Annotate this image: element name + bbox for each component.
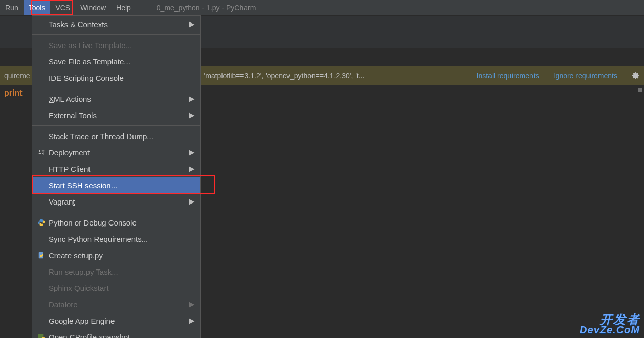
chevron-right-icon: ▶ [189, 164, 194, 173]
chevron-right-icon: ▶ [189, 316, 194, 325]
python-file-icon [37, 251, 49, 259]
menu-item-external-tools[interactable]: External Tools ▶ [32, 107, 200, 123]
menu-item-save-file-template[interactable]: Save File as Template... [32, 53, 200, 70]
menu-item-cprofile[interactable]: Open CProfile snapshot [32, 329, 200, 338]
menu-vcs[interactable]: VCS [50, 0, 75, 15]
tools-dropdown: Tasks & Contexts ▶ Save as Live Template… [32, 15, 201, 338]
python-icon [37, 218, 49, 227]
menu-item-stack-trace[interactable]: Stack Trace or Thread Dump... [32, 128, 200, 144]
chevron-right-icon: ▶ [189, 110, 194, 120]
menu-item-sphinx[interactable]: Sphinx Quickstart [32, 280, 200, 296]
separator [32, 212, 200, 212]
menu-run[interactable]: Run [0, 0, 24, 15]
menu-window[interactable]: Window [75, 0, 111, 15]
separator [32, 88, 200, 88]
deployment-icon [37, 148, 49, 156]
menu-item-deployment[interactable]: Deployment ▶ [32, 144, 200, 161]
menu-item-ide-scripting[interactable]: IDE Scripting Console [32, 70, 200, 86]
gear-icon[interactable] [632, 72, 640, 80]
window-title: 0_me_python - 1.py - PyCharm [157, 4, 256, 12]
watermark: 开发者 DevZe.CoM [580, 313, 640, 335]
menubar: Run Tools VCS Window Help 0_me_python - … [0, 0, 644, 15]
menu-item-create-setup[interactable]: Create setup.py [32, 247, 200, 263]
chevron-right-icon: ▶ [189, 148, 194, 157]
chevron-right-icon: ▶ [189, 197, 194, 206]
menu-item-vagrant[interactable]: Vagrant ▶ [32, 193, 200, 210]
scrollbar-marker [638, 88, 642, 92]
code-keyword: print [4, 88, 23, 97]
separator [32, 125, 200, 126]
menu-tools[interactable]: Tools [24, 0, 51, 15]
menu-item-save-live-template[interactable]: Save as Live Template... [32, 37, 200, 53]
watermark-line2: DevZe.CoM [580, 325, 640, 335]
menu-item-xml-actions[interactable]: XML Actions ▶ [32, 91, 200, 107]
menu-item-http-client[interactable]: HTTP Client ▶ [32, 161, 200, 177]
chevron-right-icon: ▶ [189, 19, 194, 29]
menu-item-python-console[interactable]: Python or Debug Console [32, 214, 200, 231]
chevron-right-icon: ▶ [189, 94, 194, 103]
menu-item-tasks[interactable]: Tasks & Contexts ▶ [32, 16, 200, 32]
banner-text-left: quireme [4, 72, 30, 80]
menu-item-start-ssh-session[interactable]: Start SSH session... [32, 177, 200, 193]
chevron-right-icon: ▶ [189, 300, 194, 309]
banner-text-mid: 'matplotlib==3.1.2', 'opencv_python==4.1… [204, 72, 365, 80]
menu-item-run-setup[interactable]: Run setup.py Task... [32, 263, 200, 280]
profile-icon [37, 333, 49, 338]
menu-item-datalore[interactable]: Datalore ▶ [32, 296, 200, 312]
menu-item-sync-requirements[interactable]: Sync Python Requirements... [32, 231, 200, 247]
menu-item-google-app-engine[interactable]: Google App Engine ▶ [32, 312, 200, 329]
menu-help[interactable]: Help [111, 0, 136, 15]
ignore-requirements-link[interactable]: Ignore requirements [553, 72, 617, 80]
install-requirements-link[interactable]: Install requirements [477, 72, 539, 80]
separator [32, 34, 200, 35]
